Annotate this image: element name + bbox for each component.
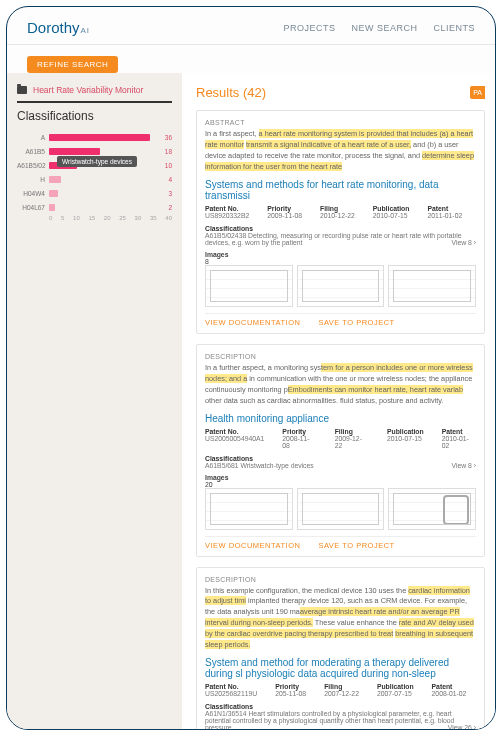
result-thumbnail[interactable] [205, 265, 293, 307]
result-thumbnail[interactable] [388, 265, 476, 307]
result-thumbnail[interactable] [388, 488, 476, 530]
sidebar-title: Classifications [17, 109, 172, 123]
view-documentation-link[interactable]: VIEW DOCUMENTATION [205, 541, 300, 550]
result-card: ABSTRACTIn a first aspect, a heart rate … [196, 110, 485, 334]
classifications-chart: A36A61B518A61B5/0210H4H04W43H04L67205101… [17, 131, 172, 221]
top-nav: PROJECTS NEW SEARCH CLIENTS [283, 23, 475, 33]
page-button[interactable]: PA [470, 86, 485, 99]
folder-icon [17, 86, 27, 94]
result-card: DESCRIPTIONIn a further aspect, a monito… [196, 344, 485, 557]
nav-clients[interactable]: CLIENTS [433, 23, 475, 33]
result-card: DESCRIPTIONIn this example configuration… [196, 567, 485, 730]
result-thumbnail[interactable] [297, 488, 385, 530]
results-panel: Results (42) PA ABSTRACTIn a first aspec… [182, 73, 495, 729]
brand-logo[interactable]: DorothyAI [27, 19, 90, 36]
save-to-project-link[interactable]: SAVE TO PROJECT [318, 318, 394, 327]
breadcrumb[interactable]: Heart Rate Variability Monitor [17, 85, 172, 95]
result-title[interactable]: Health monitoring appliance [205, 413, 476, 424]
breadcrumb-text: Heart Rate Variability Monitor [33, 85, 143, 95]
result-title[interactable]: System and method for moderating a thera… [205, 657, 476, 679]
save-to-project-link[interactable]: SAVE TO PROJECT [318, 541, 394, 550]
result-thumbnail[interactable] [297, 265, 385, 307]
results-title: Results (42) [196, 85, 266, 100]
view-documentation-link[interactable]: VIEW DOCUMENTATION [205, 318, 300, 327]
result-thumbnail[interactable] [205, 488, 293, 530]
sidebar: Heart Rate Variability Monitor Classific… [7, 73, 182, 729]
chart-tooltip: Wristwatch-type devices [57, 156, 137, 167]
nav-new-search[interactable]: NEW SEARCH [351, 23, 417, 33]
refine-search-button[interactable]: REFINE SEARCH [27, 56, 118, 73]
result-title[interactable]: Systems and methods for heart rate monit… [205, 179, 476, 201]
nav-projects[interactable]: PROJECTS [283, 23, 335, 33]
